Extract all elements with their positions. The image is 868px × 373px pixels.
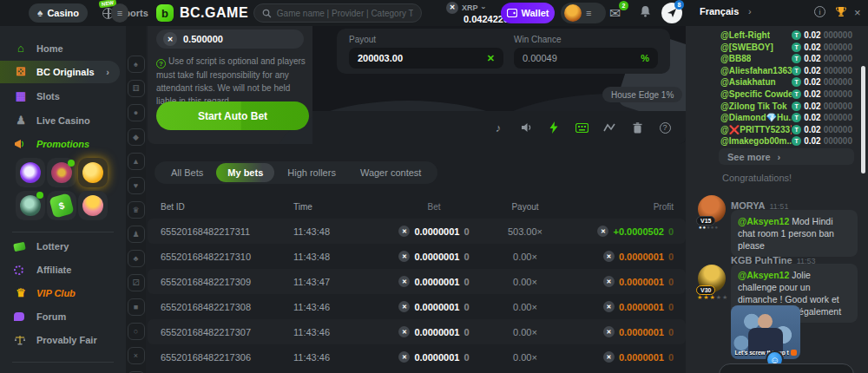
wallet-button[interactable]: Wallet: [501, 3, 555, 23]
chat-language-selector[interactable]: Français: [700, 6, 739, 16]
bet-row[interactable]: 65520168482217310 11:43:48 ✕0.00000010 0…: [148, 244, 686, 269]
bet-row[interactable]: 65520168482217308 11:43:46 ✕0.00000010 0…: [148, 294, 686, 319]
game-rail-icon-12[interactable]: ○: [128, 323, 145, 340]
chat-message-bubble[interactable]: @Aksyen12 Mod Hindi chat room 1 person b…: [731, 210, 858, 257]
trophy-button[interactable]: [835, 6, 847, 17]
tab-all-bets[interactable]: All Bets: [160, 163, 214, 182]
search-input[interactable]: [277, 9, 413, 18]
chat-rules-info-button[interactable]: i: [814, 6, 825, 17]
message-avatar[interactable]: V30 ★★★★★: [698, 265, 726, 292]
tab-my-bets[interactable]: My bets: [216, 163, 274, 182]
game-rail-icon-6[interactable]: ♥: [128, 177, 145, 194]
sidebar-item-bc-originals[interactable]: ⚄ BC Originals ›: [0, 61, 120, 83]
game-rail-icon-5[interactable]: ▲: [128, 153, 145, 170]
tab-wager-contest[interactable]: Wager contest: [349, 163, 433, 182]
bet-row[interactable]: 65520168482217309 11:43:47 ✕0.00000010 0…: [148, 269, 686, 294]
sidebar-item-forum[interactable]: Forum: [0, 305, 126, 328]
usdt-coin-icon: T: [792, 89, 801, 99]
sidebar-item-promotions[interactable]: Promotions: [0, 133, 126, 155]
game-rail-icon-8[interactable]: ♟: [128, 226, 145, 243]
lightning-icon: [549, 121, 558, 134]
message-avatar[interactable]: V15 ●●●●●: [698, 195, 726, 223]
bet-row[interactable]: 65520168482217307 11:43:46 ✕0.00000010 0…: [148, 319, 686, 344]
sidebar-item-lottery[interactable]: Lottery: [0, 235, 126, 258]
promo-wheel-icon[interactable]: [47, 158, 76, 187]
help-button[interactable]: ?: [658, 121, 672, 134]
clear-payout-icon[interactable]: ✕: [487, 53, 495, 64]
game-rail-icon-7[interactable]: ♛: [128, 201, 145, 219]
chevron-right-icon: ›: [778, 152, 781, 162]
win-chance-input[interactable]: 0.00049 %: [514, 48, 658, 69]
trends-button[interactable]: [602, 121, 616, 134]
hotkeys-button[interactable]: [575, 121, 589, 134]
chat-badge: 8: [674, 0, 684, 10]
xrp-coin-icon: ✕: [398, 326, 410, 337]
sidebar-item-vip-club[interactable]: ♛ VIP Club: [0, 282, 126, 304]
sidebar-item-affiliate[interactable]: Affiliate: [0, 258, 126, 281]
chat-gif-image[interactable]: Let's screw this up t: [731, 305, 800, 359]
music-toggle-button[interactable]: ♪: [491, 121, 505, 134]
sidebar-item-slots[interactable]: ▦ Slots: [0, 85, 126, 108]
menu-toggle-button[interactable]: ≡: [111, 3, 128, 23]
usdt-coin-icon: T: [792, 54, 801, 63]
winner-row: @BB88T0.02000000: [720, 53, 852, 64]
game-rail-icon-2[interactable]: ⚅: [128, 80, 145, 97]
promo-coin-person-icon[interactable]: [78, 191, 108, 220]
sidebar-item-live-casino[interactable]: ♟ Live Casino: [0, 109, 126, 132]
game-rail-icon-11[interactable]: ■: [128, 298, 145, 316]
language-chevron-icon[interactable]: ›: [748, 6, 752, 16]
chat-toggle-button[interactable]: 8: [661, 3, 682, 23]
promo-hoodie-icon[interactable]: [16, 191, 45, 220]
tab-high-rollers[interactable]: High rollers: [276, 163, 347, 182]
level-dots: ●●●●●: [699, 225, 719, 230]
house-edge-badge: House Edge 1%: [602, 87, 682, 102]
game-rail-icon-9[interactable]: ♣: [128, 250, 145, 267]
xrp-coin-icon: ✕: [398, 276, 410, 287]
casino-toggle[interactable]: ♠ Casino: [29, 3, 88, 23]
promo-dart-icon[interactable]: [16, 158, 45, 187]
bet-row[interactable]: 65520168482217311 11:43:48 ✕0.00000010 5…: [148, 219, 686, 244]
start-auto-bet-button[interactable]: Start Auto Bet: [156, 101, 309, 130]
game-rail-icon-10[interactable]: ⚂: [128, 274, 145, 291]
turbo-bolt-button[interactable]: [547, 121, 561, 134]
notifications-bell-button[interactable]: [640, 5, 651, 17]
close-chat-icon[interactable]: ×: [854, 6, 861, 19]
logo-text: BC.GAME: [180, 5, 248, 21]
congratulations-text: Congratulations!: [722, 173, 792, 183]
promo-piggy-bank-icon[interactable]: [78, 158, 108, 187]
profile-list-icon: ≡: [586, 8, 591, 18]
sound-toggle-button[interactable]: [519, 121, 533, 134]
sidebar-item-provably-fair[interactable]: Provably Fair: [0, 329, 126, 351]
game-rail-icon-1[interactable]: ♠: [128, 56, 145, 73]
chat-input[interactable]: [719, 363, 854, 373]
see-more-button[interactable]: See more›: [719, 148, 854, 165]
game-rail-icon-13[interactable]: ×: [128, 347, 145, 364]
winner-row: @AsiakhatunT0.02000000: [720, 76, 852, 88]
bet-amount-input[interactable]: ✕ 0.500000: [156, 29, 304, 49]
col-bet-id: Bet ID: [161, 196, 185, 217]
promo-dollar-tag-icon[interactable]: $: [47, 191, 76, 220]
mail-button[interactable]: ✉ 2: [609, 5, 621, 22]
sidebar-item-home[interactable]: ⌂ Home: [0, 37, 126, 60]
currency-label: XRP: [462, 3, 478, 13]
level-stars: ★★★★★: [697, 294, 728, 301]
game-rail-icon-3[interactable]: ●: [128, 104, 145, 121]
game-rail-icon-4[interactable]: ◆: [128, 128, 145, 146]
trophy-icon: [835, 6, 847, 17]
bc-game-logo[interactable]: b BC.GAME: [156, 4, 248, 22]
payout-value: 200003.00: [358, 53, 403, 63]
chat-scrollbar[interactable]: [861, 66, 865, 173]
script-disclaimer: ?Use of script is optional and players m…: [156, 55, 306, 108]
winner-row: @Diamond💎Hu...T0.02000000: [720, 112, 852, 123]
scales-icon: [14, 335, 28, 345]
top-header: ♠ Casino NEW Sports ≡ b BC.GAME ✕: [0, 0, 868, 26]
bet-row[interactable]: 65520168482217306 11:43:46 ✕0.00000010 0…: [148, 344, 686, 370]
lottery-ticket-icon: [14, 243, 28, 251]
clear-history-button[interactable]: [630, 121, 644, 134]
col-bet: Bet: [382, 196, 486, 217]
col-time: Time: [293, 196, 345, 217]
payout-input[interactable]: 200003.00 ✕: [349, 48, 503, 69]
usdt-coin-icon: T: [792, 101, 801, 111]
profile-menu[interactable]: ≡: [561, 3, 606, 23]
bets-tabs: All Bets My bets High rollers Wager cont…: [155, 161, 437, 184]
